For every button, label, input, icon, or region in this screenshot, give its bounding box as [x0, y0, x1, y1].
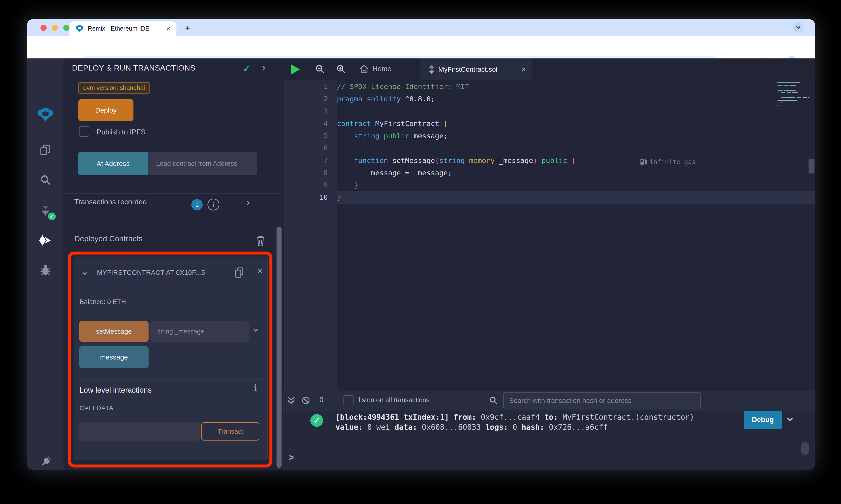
minimap-line [777, 95, 809, 97]
line-number: 5 [284, 130, 337, 142]
line-number: 8 [284, 167, 337, 179]
code-line[interactable]: 9 } [284, 179, 815, 191]
home-icon[interactable] [359, 65, 369, 74]
listen-transactions-label: listen on all transactions [359, 396, 430, 404]
code-line[interactable]: 2pragma solidity ^0.8.0; [284, 93, 815, 105]
code-line[interactable]: 1// SPDX-License-Identifier: MIT [284, 80, 815, 93]
code-line[interactable]: 4contract MyFirstContract { [284, 117, 815, 130]
solidity-compiler-icon[interactable]: ✓ [37, 203, 53, 219]
code-line[interactable]: 5 string public message; [284, 130, 815, 142]
panel-divider [64, 226, 281, 227]
line-number: 9 [284, 179, 337, 191]
tab-file[interactable]: MyFirstContract.sol × [420, 58, 532, 80]
at-address-input[interactable] [148, 152, 257, 175]
terminal-prompt[interactable]: > [289, 452, 294, 463]
transactions-info-icon[interactable]: i [207, 199, 219, 211]
minimap-line [777, 85, 809, 87]
code-line[interactable]: 7 function setMessage(string memory _mes… [284, 154, 815, 167]
code-line[interactable]: 3 [284, 105, 815, 117]
file-explorer-icon[interactable] [37, 142, 53, 158]
code-line[interactable]: 10} [284, 191, 815, 204]
line-number: 1 [284, 80, 337, 93]
panel-scrollbar[interactable] [276, 227, 281, 468]
code-text: message = _message; [337, 167, 815, 179]
code-text: } [337, 191, 815, 204]
run-script-icon[interactable] [291, 65, 300, 74]
zoom-in-icon[interactable] [336, 64, 346, 75]
line-number: 6 [284, 142, 337, 154]
code-text [337, 105, 815, 117]
compile-success-icon: ✓ [48, 213, 56, 220]
remix-logo-icon [37, 107, 53, 123]
icon-sidebar: ✓ [27, 58, 64, 470]
clear-console-icon[interactable] [301, 395, 311, 406]
minimap-line [777, 90, 809, 92]
deploy-run-icon[interactable] [37, 232, 53, 248]
code-line[interactable]: 8 message = _message; [284, 167, 815, 179]
editor-minimap[interactable] [777, 82, 809, 107]
line-number: 3 [284, 105, 337, 117]
traffic-light-minimize[interactable] [52, 25, 58, 31]
code-lines[interactable]: 1// SPDX-License-Identifier: MIT2pragma … [284, 80, 815, 204]
tab-search-button[interactable] [793, 22, 804, 33]
terminal-log-line: [block:4994361 txIndex:1] from: 0x9cf...… [336, 412, 742, 422]
code-text: } [337, 179, 815, 191]
publish-ipfs-label: Publish to IPFS [97, 128, 145, 136]
code-text: pragma solidity ^0.8.0; [337, 93, 815, 105]
code-text: string public message; [337, 130, 815, 142]
browser-tab[interactable]: Remix - Ethereum IDE × [69, 21, 176, 36]
traffic-light-close[interactable] [40, 25, 47, 31]
minimap-line [777, 87, 809, 90]
panel-title: DEPLOY & RUN TRANSACTIONS [72, 64, 195, 72]
tab-file-close-icon[interactable]: × [521, 65, 526, 74]
terminal-search-icon [488, 396, 498, 406]
terminal-log[interactable]: [block:4994361 txIndex:1] from: 0x9cf...… [336, 412, 742, 432]
code-text: contract MyFirstContract { [337, 117, 815, 130]
deployed-contracts-label: Deployed Contracts [74, 234, 143, 243]
new-tab-button[interactable]: + [182, 22, 193, 34]
transactions-count-badge: 1 [191, 199, 203, 211]
minimap-line [777, 92, 809, 95]
collapse-terminal-icon[interactable] [287, 395, 296, 406]
listen-transactions-checkbox[interactable] [343, 395, 354, 406]
line-number: 10 [284, 191, 337, 204]
terminal-search-input[interactable] [503, 392, 701, 409]
debug-button[interactable]: Debug [744, 411, 782, 429]
annotation-highlight-box [68, 252, 272, 467]
panel-success-check-icon: ✓ [243, 63, 251, 74]
minimap-line [777, 105, 809, 107]
debugger-icon[interactable] [37, 262, 53, 278]
trash-icon[interactable] [256, 235, 265, 247]
plugin-manager-icon[interactable] [37, 454, 53, 470]
zoom-out-icon[interactable] [314, 64, 325, 75]
transactions-recorded-label: Transactions recorded [74, 198, 147, 206]
at-address-button[interactable]: At Address [79, 152, 148, 175]
solidity-file-icon [428, 65, 435, 74]
line-number: 4 [284, 117, 337, 130]
terminal-scrollbar[interactable] [801, 442, 809, 455]
tab-home[interactable]: Home [373, 65, 392, 73]
gas-annotation: infinite gas [640, 156, 696, 168]
pending-tx-count: 0 [320, 396, 323, 404]
tx-success-icon: ✓ [310, 414, 323, 427]
evm-version-badge: evm version: shanghai [78, 82, 150, 94]
traffic-light-zoom[interactable] [63, 25, 69, 31]
code-text: // SPDX-License-Identifier: MIT [337, 80, 815, 93]
panel-divider [64, 193, 281, 194]
terminal-log-line: value: 0 wei data: 0x608...60033 logs: 0… [336, 422, 742, 432]
tab-file-label: MyFirstContract.sol [438, 66, 521, 73]
deploy-button[interactable]: Deploy [79, 99, 134, 121]
minimap-line [777, 97, 809, 100]
editor-scrollbar[interactable] [809, 159, 814, 174]
screen: Remix - Ethereum IDE × + ← → remix.ether… [0, 0, 841, 504]
tab-strip: Remix - Ethereum IDE × + [27, 19, 815, 36]
minimap-line [777, 102, 809, 105]
minimap-line [777, 100, 809, 102]
tab-close-icon[interactable]: × [166, 25, 171, 32]
code-text: function setMessage(string memory _messa… [337, 154, 815, 167]
code-line[interactable]: 6 [284, 142, 815, 154]
indent-guide [345, 130, 345, 191]
search-icon[interactable] [37, 172, 53, 188]
publish-ipfs-checkbox[interactable] [79, 126, 89, 137]
code-text [337, 142, 815, 154]
